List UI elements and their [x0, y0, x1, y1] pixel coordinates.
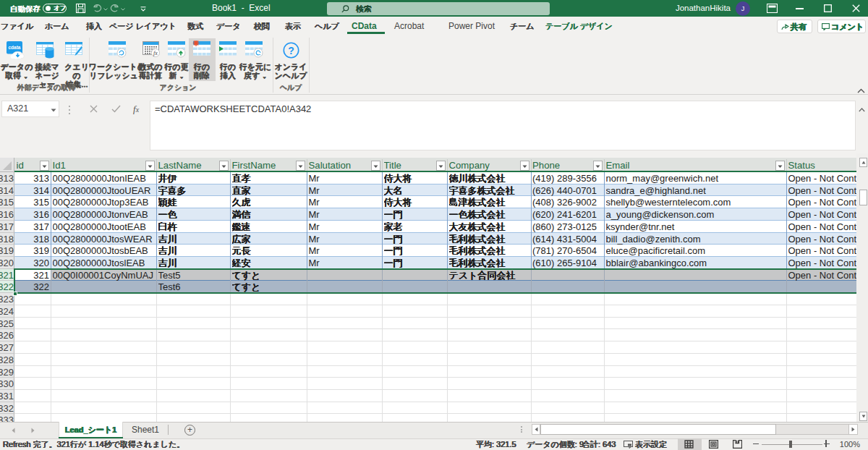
svg-text:?: ?	[288, 45, 294, 56]
svg-text:cdata: cdata	[9, 45, 21, 50]
svg-text:fx: fx	[153, 50, 158, 56]
